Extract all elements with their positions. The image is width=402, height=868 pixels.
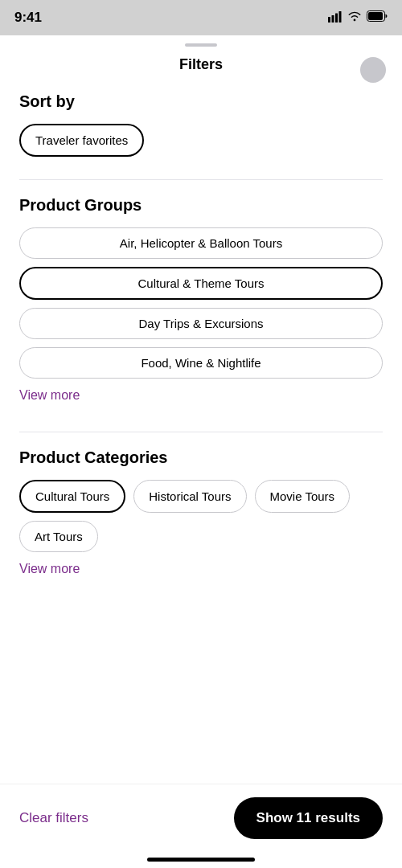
status-icons — [328, 10, 388, 25]
status-time: 9:41 — [14, 10, 42, 26]
group-chip-air-helicopter[interactable]: Air, Helicopter & Balloon Tours — [19, 227, 383, 259]
section-divider-2 — [19, 432, 383, 432]
svg-rect-2 — [335, 13, 338, 23]
battery-icon — [367, 10, 388, 25]
sheet-header: Filters — [0, 53, 402, 86]
category-chip-art-tours[interactable]: Art Tours — [19, 521, 98, 552]
filter-sheet: Filters Sort by Traveler favorites Produ… — [0, 43, 402, 686]
wifi-icon — [347, 10, 362, 25]
product-categories-title: Product Categories — [19, 448, 383, 467]
category-chip-historical-tours[interactable]: Historical Tours — [133, 480, 246, 513]
sort-chip-traveler-favorites[interactable]: Traveler favorites — [19, 124, 144, 157]
svg-rect-3 — [339, 11, 342, 23]
product-categories-section: Product Categories Cultural Tours Histor… — [19, 448, 383, 599]
product-groups-chips: Air, Helicopter & Balloon Tours Cultural… — [19, 227, 383, 379]
clear-filters-button[interactable]: Clear filters — [19, 810, 88, 826]
signal-icon — [328, 11, 343, 25]
show-results-button[interactable]: Show 11 results — [234, 797, 383, 839]
section-divider-1 — [19, 179, 383, 180]
group-chip-cultural-theme[interactable]: Cultural & Theme Tours — [19, 267, 383, 300]
svg-rect-0 — [328, 17, 330, 23]
close-button[interactable] — [360, 57, 386, 83]
product-categories-view-more[interactable]: View more — [19, 562, 80, 576]
home-indicator — [147, 858, 255, 862]
group-chip-day-trips[interactable]: Day Trips & Excursions — [19, 308, 383, 339]
filter-content: Sort by Traveler favorites Product Group… — [0, 92, 402, 599]
product-categories-chips: Cultural Tours Historical Tours Movie To… — [19, 480, 383, 552]
drag-handle[interactable] — [185, 43, 217, 47]
product-groups-title: Product Groups — [19, 196, 383, 215]
category-chip-movie-tours[interactable]: Movie Tours — [255, 480, 351, 513]
category-chip-cultural-tours[interactable]: Cultural Tours — [19, 480, 125, 513]
group-chip-food-wine[interactable]: Food, Wine & Nightlife — [19, 347, 383, 379]
product-groups-section: Product Groups Air, Helicopter & Balloon… — [19, 196, 383, 425]
sort-by-title: Sort by — [19, 92, 383, 111]
svg-rect-1 — [332, 15, 334, 23]
sort-by-section: Sort by Traveler favorites — [19, 92, 383, 157]
svg-rect-5 — [368, 12, 383, 20]
sort-by-chips: Traveler favorites — [19, 124, 383, 157]
product-groups-view-more[interactable]: View more — [19, 388, 80, 403]
status-bar: 9:41 — [0, 0, 402, 35]
bottom-bar: Clear filters Show 11 results — [0, 784, 402, 868]
sheet-title: Filters — [179, 56, 223, 72]
